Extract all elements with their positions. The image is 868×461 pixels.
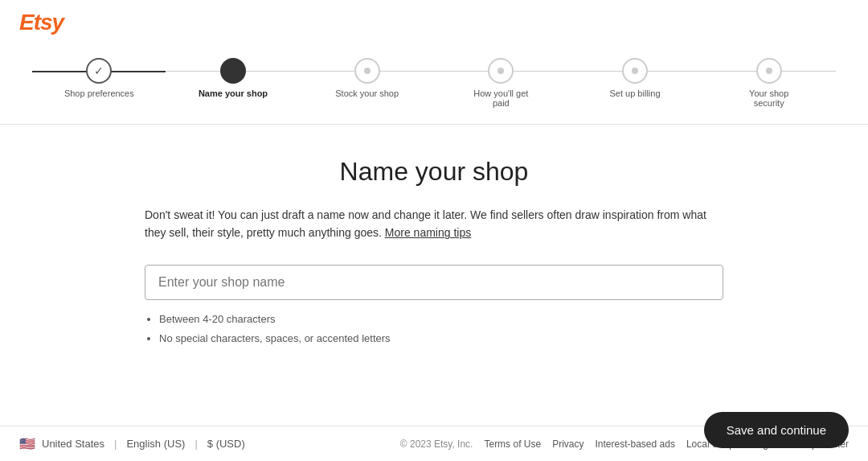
save-and-continue-button[interactable]: Save and continue [704,412,849,448]
step-how-youll-get-paid: How you'll get paid [434,58,568,108]
step-stock-your-shop: Stock your shop [300,58,434,98]
step-label-shop-preferences: Shop preferences [64,88,134,98]
step-circle-your-shop-security [756,58,782,84]
step-label-stock-your-shop: Stock your shop [335,88,399,98]
step-label-name-your-shop: Name your shop [199,88,268,98]
step-circle-how-youll-get-paid [488,58,514,84]
footer-divider-1: | [114,438,117,450]
flag-icon: 🇺🇸 [19,438,35,450]
footer-region: United States [42,438,104,450]
header: Etsy [0,0,868,45]
steps-container: ✓ Shop preferences Name your shop Stock … [32,58,836,108]
more-naming-tips-link[interactable]: More naming tips [385,226,471,239]
footer-divider-2: | [194,438,197,450]
hints-list: Between 4-20 characters No special chara… [145,310,723,349]
step-circle-stock-your-shop [354,58,380,84]
description: Don't sweat it! You can just draft a nam… [145,206,723,242]
step-circle-name-your-shop [220,58,246,84]
dot-icon-3 [632,68,638,74]
checkmark-icon: ✓ [94,64,104,77]
dot-icon-2 [497,68,504,74]
shop-name-input[interactable] [145,265,723,300]
terms-of-use-link[interactable]: Terms of Use [484,438,541,450]
copyright-text: © 2023 Etsy, Inc. [400,438,473,450]
interest-based-ads-link[interactable]: Interest-based ads [595,438,674,450]
step-circle-shop-preferences: ✓ [86,58,112,84]
step-shop-preferences: ✓ Shop preferences [32,58,166,98]
step-your-shop-security: Your shop security [702,58,836,108]
main-content: Name your shop Don't sweat it! You can j… [129,125,739,381]
page-title: Name your shop [145,157,723,187]
etsy-logo: Etsy [19,10,63,35]
privacy-link[interactable]: Privacy [552,438,583,450]
step-circle-set-up-billing [622,58,648,84]
footer-left: 🇺🇸 United States | English (US) | $ (USD… [19,438,245,450]
step-name-your-shop: Name your shop [166,58,301,98]
step-label-your-shop-security: Your shop security [733,88,805,108]
step-label-how-youll-get-paid: How you'll get paid [465,88,537,108]
dot-icon [364,68,371,74]
hint-item-1: Between 4-20 characters [159,310,723,330]
dot-icon-4 [766,68,772,74]
hint-item-2: No special characters, spaces, or accent… [159,329,723,349]
step-set-up-billing: Set up billing [568,58,702,98]
footer-language: English (US) [126,438,185,450]
progress-bar-section: ✓ Shop preferences Name your shop Stock … [0,45,868,125]
footer-currency: $ (USD) [207,438,245,450]
step-label-set-up-billing: Set up billing [610,88,661,98]
